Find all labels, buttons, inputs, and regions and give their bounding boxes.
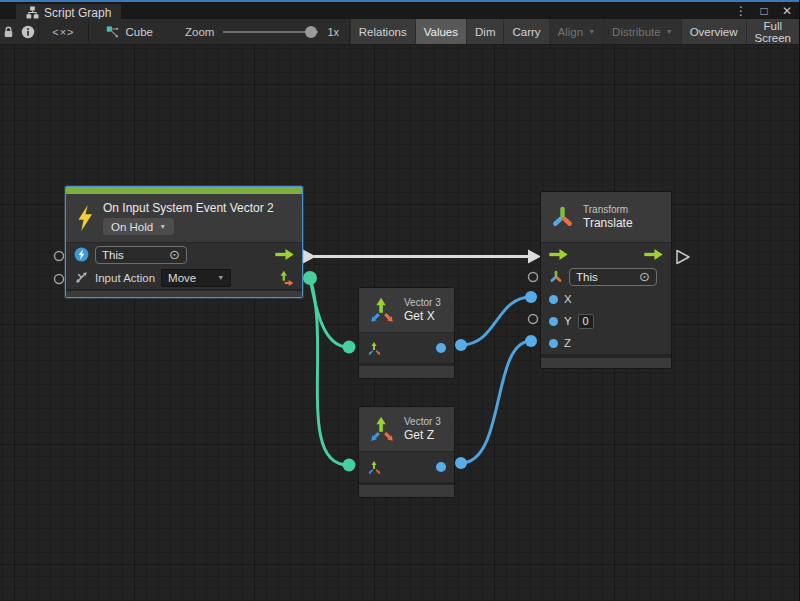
- zoom-slider-handle[interactable]: [305, 26, 317, 38]
- wire-end-dot[interactable]: [455, 457, 467, 469]
- relations-button[interactable]: Relations: [351, 19, 415, 44]
- overview-button[interactable]: Overview: [682, 19, 746, 44]
- inspect-button[interactable]: [18, 19, 39, 44]
- getz-node-footer: [359, 485, 454, 497]
- node-on-input-system-event[interactable]: On Input System Event Vector 2 On Hold ▼…: [65, 186, 303, 298]
- node-get-x[interactable]: Vector 3 Get X: [358, 287, 455, 379]
- translate-this-field[interactable]: This ⊙: [569, 268, 657, 286]
- code-preview-button[interactable]: <×>: [39, 19, 88, 44]
- event-node-body: This ⊙ Input Action: [66, 242, 302, 289]
- port-translate-flow-output[interactable]: [677, 251, 689, 264]
- getx-node-title: Get X: [404, 309, 441, 324]
- translate-y-row: Y 0: [541, 310, 671, 332]
- toolbar-separator: [88, 21, 89, 42]
- port-translate-this-input[interactable]: [529, 273, 538, 282]
- zoom-value: 1x: [327, 26, 339, 38]
- getz-node-header: Vector 3 Get Z: [359, 407, 454, 451]
- x-port-label: X: [564, 293, 572, 305]
- transform-port-icon[interactable]: [549, 270, 563, 284]
- vector2-icon[interactable]: [278, 270, 294, 286]
- port-getz-output[interactable]: [436, 462, 446, 472]
- port-event-action-input[interactable]: [55, 275, 64, 284]
- getz-node-title: Get Z: [404, 428, 441, 443]
- window-controls: ⋮ □ ✕: [735, 3, 793, 20]
- vector3-port-icon[interactable]: [367, 341, 382, 356]
- wire-flow-event-to-translate[interactable]: [303, 250, 541, 264]
- flow-arrow-icon[interactable]: [644, 249, 663, 260]
- input-action-label: Input Action: [95, 272, 155, 284]
- wire-getx-to-translate-x[interactable]: [461, 297, 531, 345]
- input-action-dropdown[interactable]: Move ▼: [161, 269, 231, 287]
- vector3-icon: [368, 415, 396, 443]
- chevron-down-icon: ▼: [159, 223, 166, 230]
- port-getx-output[interactable]: [436, 343, 446, 353]
- wire-vector2-to-getz[interactable]: [310, 278, 348, 465]
- event-node-title: On Input System Event Vector 2: [103, 201, 274, 216]
- event-this-row: This ⊙: [66, 243, 302, 266]
- translate-flow-row: [541, 243, 671, 265]
- chevron-down-icon: ▼: [588, 28, 595, 35]
- flow-arrow-icon[interactable]: [549, 249, 568, 260]
- translate-node-title: Translate: [583, 216, 633, 231]
- object-picker-icon[interactable]: ⊙: [169, 248, 180, 261]
- input-action-icon: [74, 270, 89, 285]
- align-button[interactable]: Align ▼: [550, 19, 604, 44]
- toolbar-buttons: Relations Values Dim Carry Align ▼ Distr…: [350, 19, 799, 44]
- lock-button[interactable]: [0, 19, 18, 44]
- port-z-dot[interactable]: [549, 339, 558, 348]
- translate-node-type: Transform: [583, 203, 633, 216]
- getx-node-header: Vector 3 Get X: [359, 288, 454, 332]
- carry-button[interactable]: Carry: [504, 19, 548, 44]
- vector3-icon: [368, 296, 396, 324]
- port-translate-y-input[interactable]: [529, 315, 538, 324]
- port-translate-x-input[interactable]: [525, 291, 537, 303]
- port-getz-input[interactable]: [343, 459, 356, 472]
- zoom-control: Zoom 1x: [185, 19, 339, 44]
- node-get-z[interactable]: Vector 3 Get Z: [358, 406, 455, 498]
- event-this-field[interactable]: This ⊙: [95, 246, 187, 264]
- event-action-row: Input Action Move ▼: [66, 266, 302, 289]
- z-port-label: Z: [564, 337, 571, 349]
- wire-getz-to-translate-z[interactable]: [461, 341, 531, 463]
- graph-name: Cube: [125, 26, 153, 38]
- values-button[interactable]: Values: [416, 19, 466, 44]
- port-y-dot[interactable]: [549, 317, 558, 326]
- port-translate-z-input[interactable]: [525, 335, 537, 347]
- node-transform-translate[interactable]: Transform Translate: [540, 191, 672, 369]
- lock-icon: [2, 25, 15, 39]
- wire-end-dot[interactable]: [455, 339, 467, 351]
- graph-toolbar: <×> Cube Zoom 1x Relations Values Dim: [0, 19, 799, 45]
- maximize-icon[interactable]: □: [758, 3, 770, 20]
- port-event-vector2-output[interactable]: [303, 271, 317, 285]
- event-mode-dropdown[interactable]: On Hold ▼: [103, 218, 174, 235]
- tab-bar: Script Graph ⋮ □ ✕: [0, 0, 799, 19]
- chevron-down-icon: ▼: [666, 28, 673, 35]
- zoom-slider[interactable]: [223, 26, 318, 38]
- port-event-this-input[interactable]: [55, 252, 64, 261]
- translate-node-body: This ⊙ X Y 0 Z: [541, 242, 671, 354]
- distribute-button[interactable]: Distribute ▼: [604, 19, 681, 44]
- graph-selector[interactable]: Cube: [96, 19, 163, 44]
- tab-label: Script Graph: [44, 6, 111, 20]
- dim-button[interactable]: Dim: [467, 19, 503, 44]
- translate-z-row: Z: [541, 332, 671, 354]
- object-picker-icon[interactable]: ⊙: [639, 270, 650, 283]
- code-icon: <×>: [52, 26, 74, 38]
- close-icon[interactable]: ✕: [781, 3, 793, 20]
- chevron-down-icon: ▼: [217, 274, 224, 281]
- y-port-label: Y: [564, 315, 572, 327]
- getx-node-footer: [359, 366, 454, 378]
- translate-x-row: X: [541, 288, 671, 310]
- flow-arrow-icon[interactable]: [275, 249, 294, 260]
- script-graph-icon: [26, 6, 39, 19]
- translate-node-header: Transform Translate: [541, 192, 671, 242]
- graph-canvas[interactable]: On Input System Event Vector 2 On Hold ▼…: [0, 45, 800, 601]
- transform-icon: [550, 205, 575, 230]
- menu-icon[interactable]: ⋮: [735, 3, 747, 20]
- vector3-port-icon[interactable]: [367, 460, 382, 475]
- info-icon: [21, 25, 35, 39]
- fullscreen-button[interactable]: Full Screen: [747, 19, 799, 44]
- port-getx-input[interactable]: [343, 341, 356, 354]
- y-value-field[interactable]: 0: [578, 314, 594, 329]
- port-x-dot[interactable]: [549, 295, 558, 304]
